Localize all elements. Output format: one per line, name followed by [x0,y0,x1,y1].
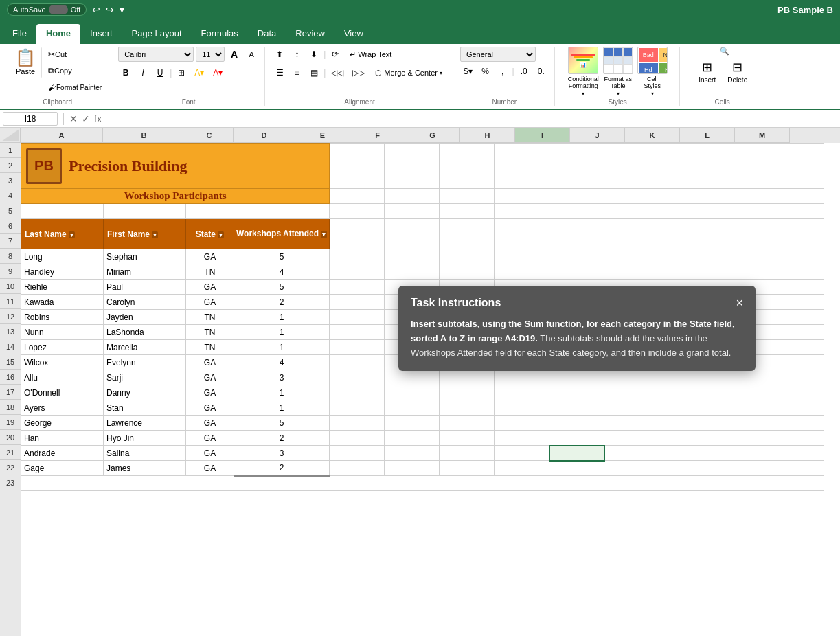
cell-J2[interactable] [604,189,659,204]
col-header-A[interactable]: A [21,128,103,143]
cell-H3[interactable] [495,204,549,219]
cell-E2[interactable] [330,189,385,204]
col-header-D[interactable]: D [234,128,295,143]
col-header-B[interactable]: B [103,128,185,143]
decrease-font-button[interactable]: A [244,47,259,62]
cell-I4[interactable] [549,219,604,249]
italic-button[interactable]: I [135,65,150,80]
align-center-button[interactable]: ≡ [289,65,304,80]
cell-E4[interactable] [330,219,385,249]
cf-dropdown[interactable]: ▾ [582,91,584,97]
comma-button[interactable]: , [495,64,510,79]
font-color-button[interactable]: A▾ [209,65,226,80]
increase-decimal-button[interactable]: 0. [534,64,549,79]
cell-C4[interactable]: State ▾ [186,219,234,249]
tab-insert[interactable]: Insert [80,24,122,44]
align-right-button[interactable]: ▤ [306,65,321,80]
increase-indent-button[interactable]: ▷▷ [349,65,368,80]
tab-page-layout[interactable]: Page Layout [122,24,192,44]
format-as-table-button[interactable]: Format asTable ▾ [603,47,633,97]
cell-M4[interactable] [769,219,824,249]
row-num-23[interactable]: 23 [0,475,21,490]
tab-data[interactable]: Data [248,24,286,44]
wrap-text-button[interactable]: ↵ Wrap Text [345,48,396,61]
task-panel-close-button[interactable]: × [736,297,743,309]
decrease-decimal-button[interactable]: .0 [517,64,532,79]
underline-button[interactable]: U [152,65,168,80]
cell-F2[interactable] [385,189,440,204]
cell-K4[interactable] [659,219,714,249]
row-num-7[interactable]: 7 [0,234,21,249]
cell-L2[interactable] [714,189,769,204]
row-num-5[interactable]: 5 [0,203,21,218]
cell-B4[interactable]: First Name ▾ [104,219,186,249]
col-header-G[interactable]: G [405,128,460,143]
row-num-16[interactable]: 16 [0,370,21,385]
row-num-12[interactable]: 12 [0,309,21,324]
cell-I1[interactable] [549,144,604,189]
cell-L3[interactable] [714,204,769,219]
cell-G3[interactable] [440,204,495,219]
autosave-control[interactable]: AutoSave Off [7,3,87,16]
number-format-select[interactable]: General [460,47,536,62]
tab-home[interactable]: Home [36,24,80,44]
col-header-F[interactable]: F [350,128,405,143]
confirm-formula-icon[interactable]: ✓ [82,113,90,124]
increase-font-button[interactable]: A [227,47,242,62]
borders-button[interactable]: ⊞ [174,65,189,80]
cell-M3[interactable] [769,204,824,219]
undo-button[interactable]: ↩ [92,4,100,15]
cell-D4[interactable]: Workshops Attended ▾ [234,219,330,249]
row-num-4[interactable]: 4 [0,188,21,203]
col-header-K[interactable]: K [625,128,680,143]
formula-input[interactable] [104,114,837,124]
cell-M2[interactable] [769,189,824,204]
row-num-6[interactable]: 6 [0,218,21,234]
tell-me-bar[interactable]: 🔍 Tell me what you want to do [705,38,840,63]
cell-J4[interactable] [604,219,659,249]
cell-I3[interactable] [549,204,604,219]
bold-button[interactable]: B [118,65,133,80]
cell-E1[interactable] [330,144,385,189]
cell-H4[interactable] [495,219,549,249]
copy-button[interactable]: ⧉ Copy [45,63,105,78]
cell-L4[interactable] [714,219,769,249]
cell-M1[interactable] [769,144,824,189]
row-num-13[interactable]: 13 [0,324,21,339]
row-num-22[interactable]: 22 [0,460,21,475]
cell-F4[interactable] [385,219,440,249]
cell-J3[interactable] [604,204,659,219]
cell-H2[interactable] [495,189,549,204]
cell-F1[interactable] [385,144,440,189]
merge-dropdown-arrow[interactable]: ▾ [440,70,442,76]
quick-access-more[interactable]: ▾ [120,4,124,15]
cell-C3[interactable] [186,204,234,219]
row-num-10[interactable]: 10 [0,279,21,294]
row-num-9[interactable]: 9 [0,264,21,279]
row-num-19[interactable]: 19 [0,415,21,430]
col-header-C[interactable]: C [185,128,234,143]
cut-button[interactable]: ✂ Cut [45,47,105,62]
col-header-J[interactable]: J [570,128,625,143]
row-num-17[interactable]: 17 [0,385,21,400]
merge-center-button[interactable]: ⬡ Merge & Center ▾ [370,67,447,80]
cs-dropdown[interactable]: ▾ [651,91,654,97]
cell-L1[interactable] [714,144,769,189]
align-middle-button[interactable]: ↕ [289,47,304,62]
col-header-E[interactable]: E [295,128,350,143]
row-num-1[interactable]: 1 [0,143,21,158]
percent-button[interactable]: % [478,64,493,79]
paste-button[interactable]: 📋 Paste [10,47,42,78]
cell-A4[interactable]: Last Name ▾ [21,219,104,249]
decrease-indent-button[interactable]: ◁◁ [328,65,347,80]
align-bottom-button[interactable]: ⬇ [306,47,321,62]
row-num-21[interactable]: 21 [0,445,21,460]
col-header-I[interactable]: I [515,128,570,143]
font-name-select[interactable]: Calibri [118,47,194,62]
col-header-L[interactable]: L [680,128,735,143]
cell-B3[interactable] [104,204,186,219]
row-num-20[interactable]: 20 [0,430,21,445]
currency-button[interactable]: $▾ [460,64,476,79]
cell-A2[interactable]: Workshop Participants [21,189,330,204]
tab-formulas[interactable]: Formulas [192,24,248,44]
